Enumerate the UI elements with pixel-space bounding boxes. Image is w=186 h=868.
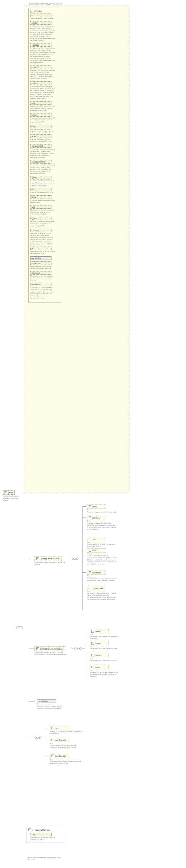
attr-name: whyuri [30, 134, 52, 138]
attr-derivedfrom: derivedfromA reference to the concept fr… [30, 283, 59, 299]
attr-desc: The type of the concept assigned as cont… [30, 209, 56, 215]
attr-id: idThe local identifier of the property. [30, 13, 59, 20]
attr-desc: The relevance of the metadata to the new… [30, 275, 56, 281]
type-ext: (extension) [52, 3, 63, 5]
attr-name: creator [30, 21, 52, 25]
attr-desc: A concept identifier expressed as a free… [30, 199, 56, 204]
attr-name: dir [30, 247, 52, 250]
genre-element: + genre [3, 491, 14, 495]
attr-custom: customIf set to true the corresponding p… [30, 82, 59, 100]
attr-desc: Specifies the language of this property … [30, 233, 56, 245]
attr-desc: Why the metadata has been included - exp… [30, 138, 56, 143]
attr-name: typeuri [30, 217, 52, 220]
attr-desc: A reference to the concept from which th… [30, 287, 56, 299]
attr-name: derivedfrom [30, 283, 52, 286]
attr-creator: creatorIf the property value is not defi… [30, 21, 59, 42]
attr-name: confidence [30, 261, 52, 265]
attr-qcode: qcodeA concept identifier expressed as a… [30, 176, 59, 186]
attr-type: typeThe type of the concept assigned as … [30, 205, 59, 215]
attr-whyuri: whyuriWhy the metadata has been included… [30, 134, 59, 143]
attr-literal: literalA concept identifier expressed as… [30, 195, 59, 204]
attr-name: modified [30, 65, 52, 69]
minus-icon: − [30, 10, 33, 12]
attr-pubconstraint: pubconstraintOne or many constraints tha… [30, 144, 59, 159]
plus-icon: + [4, 491, 7, 494]
attr-name: xml:lang [30, 229, 52, 232]
attr-name: type [30, 205, 52, 209]
attr-desc: The date (and, optionally, the time) whe… [30, 69, 56, 80]
attr-anyother: any ##other [30, 256, 59, 260]
attr-desc: The type of the concept assigned as cont… [30, 221, 56, 227]
extension-container: − attributes idThe local identifier of t… [24, 6, 129, 493]
attr-name: id [30, 13, 52, 17]
attr-desc: If the property value is not defined, sp… [30, 25, 56, 42]
attr-name: custom [30, 82, 52, 85]
attr-desc: Why the metadata has been included - exp… [30, 129, 56, 133]
attr-creatoruri: creatoruriIf the property value is not d… [30, 43, 59, 64]
attr-desc: A concept identifier expressed as a stri… [30, 180, 56, 186]
genre-label: genre [8, 492, 13, 494]
attr-confidence: confidenceThe confidence with which the … [30, 261, 59, 270]
attr-xmllang: xml:langSpecifies the language of this p… [30, 229, 59, 245]
type-name: Flex1ConceptPropType [29, 3, 52, 5]
attr-desc: One or many constraints that apply to pu… [30, 164, 56, 175]
attr-why: whyWhy the metadata has been included - … [30, 125, 59, 133]
attr-name: how [30, 101, 52, 105]
genre-desc: A nature, intellectual or journalistic f… [3, 495, 24, 496]
attr-name: uri [30, 188, 52, 191]
attr-typeuri: typeuriThe type of the concept assigned … [30, 217, 59, 227]
attr-name: pubconstraint [30, 144, 52, 148]
attr-how: howIndicates by which means the value wa… [30, 101, 59, 111]
attr-desc: If set to true the corresponding propert… [30, 85, 56, 100]
attr-desc: Indicates by which means the value was e… [30, 117, 56, 123]
attr-name: creatoruri [30, 43, 52, 46]
attr-name: any ##other [30, 256, 52, 260]
attr-desc: Indicates by which means the value was e… [30, 105, 56, 111]
attr-dir: dirThe directionality of textual content… [30, 247, 59, 255]
attr-name: literal [30, 195, 52, 199]
attr-name: qcode [30, 176, 52, 180]
attr-desc: The directionality of textual content (e… [30, 251, 56, 255]
attr-uri: uriA URI which identifies a concept. [30, 188, 59, 194]
type-header: Flex1ConceptPropType (extension) [29, 3, 186, 5]
attr-desc: If the property value is not defined, sp… [30, 47, 56, 64]
attributes-box: − attributes idThe local identifier of t… [28, 8, 61, 303]
attr-name: howuri [30, 113, 52, 117]
attr-desc: One or many constraints that apply to pu… [30, 148, 56, 159]
attr-howuri: howuriIndicates by which means the value… [30, 113, 59, 123]
attr-relevance: relevanceThe relevance of the metadata t… [30, 271, 59, 281]
attr-name: pubconstrainturi [30, 160, 52, 163]
attr-name: relevance [30, 271, 52, 275]
attr-desc: The local identifier of the property. [30, 18, 56, 20]
attr-name: why [30, 125, 52, 128]
attr-pubconstrainturi: pubconstrainturiOne or many constraints … [30, 160, 59, 175]
attr-desc: The confidence with which the metadata h… [30, 266, 56, 270]
attr-desc: A URI which identifies a concept. [30, 192, 56, 194]
attr-modified: modifiedThe date (and, optionally, the t… [30, 65, 59, 80]
attributes-header: − attributes [30, 10, 59, 12]
